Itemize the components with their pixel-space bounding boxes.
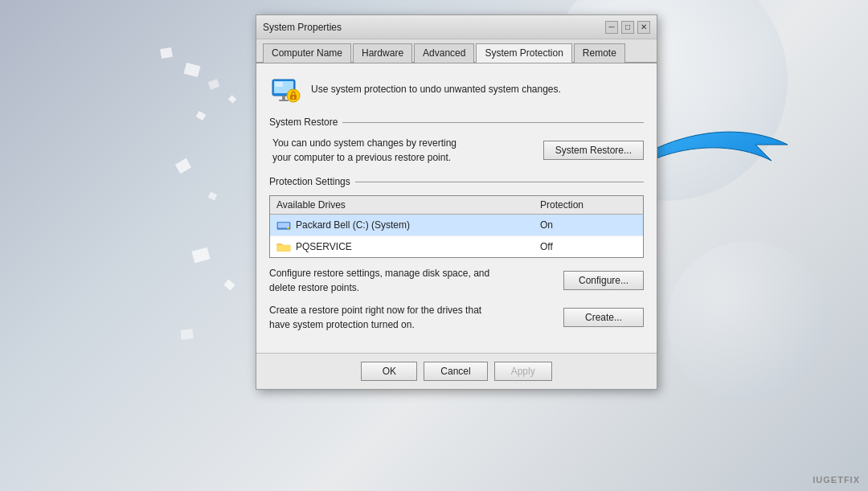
drive-name: Packard Bell (C:) (System) xyxy=(296,219,410,231)
svg-rect-8 xyxy=(293,96,294,99)
create-button[interactable]: Create... xyxy=(563,308,644,327)
paper-bit xyxy=(183,63,200,77)
maximize-button[interactable]: □ xyxy=(621,21,634,34)
configure-description: Configure restore settings, manage disk … xyxy=(269,266,494,295)
protection-table: Available Drives Protection Packard Bell… xyxy=(269,195,644,258)
drive-cell: Packard Bell (C:) (System) xyxy=(276,219,540,231)
system-properties-dialog: System Properties ─ □ ✕ Computer Name Ha… xyxy=(256,14,657,390)
drive-c-icon xyxy=(276,219,291,231)
svg-rect-3 xyxy=(275,82,283,87)
watermark: IUGETFIX xyxy=(813,475,860,485)
create-description: Create a restore point right now for the… xyxy=(269,303,494,332)
restore-description: You can undo system changes by reverting… xyxy=(272,136,473,165)
protection-settings-section: Protection Settings Available Drives Pro… xyxy=(269,176,644,332)
tab-advanced[interactable]: Advanced xyxy=(414,43,474,63)
dialog-content: Use system protection to undo unwanted s… xyxy=(256,63,657,353)
tab-bar: Computer Name Hardware Advanced System P… xyxy=(256,39,657,63)
protection-status: Off xyxy=(540,241,637,252)
paper-bit xyxy=(196,111,207,121)
configure-row: Configure restore settings, manage disk … xyxy=(269,266,644,295)
close-button[interactable]: ✕ xyxy=(637,21,650,34)
table-row[interactable]: Packard Bell (C:) (System) On xyxy=(270,215,643,236)
col-protection-header: Protection xyxy=(540,199,637,211)
col-drives-header: Available Drives xyxy=(276,199,540,211)
ok-button[interactable]: OK xyxy=(361,362,417,381)
paper-bit xyxy=(223,280,235,291)
title-controls: ─ □ ✕ xyxy=(605,21,650,34)
system-restore-section: System Restore You can undo system chang… xyxy=(269,117,644,165)
section-divider xyxy=(342,122,644,123)
table-row[interactable]: PQSERVICE Off xyxy=(270,236,643,257)
system-protection-icon xyxy=(269,73,301,105)
protection-settings-title: Protection Settings xyxy=(269,176,644,187)
protection-settings-label: Protection Settings xyxy=(269,176,350,187)
paper-bit xyxy=(175,158,191,174)
paper-bit xyxy=(181,329,194,339)
system-restore-button[interactable]: System Restore... xyxy=(543,141,644,160)
paper-bit xyxy=(228,95,237,104)
cancel-button[interactable]: Cancel xyxy=(424,362,487,381)
header-section: Use system protection to undo unwanted s… xyxy=(269,73,644,105)
tab-system-protection[interactable]: System Protection xyxy=(476,43,571,63)
folder-icon xyxy=(276,240,291,253)
title-bar: System Properties ─ □ ✕ xyxy=(256,15,657,39)
paper-bit xyxy=(160,47,173,59)
section-divider-2 xyxy=(355,182,644,182)
svg-point-11 xyxy=(287,227,289,229)
paper-bit xyxy=(208,79,220,90)
drive-cell: PQSERVICE xyxy=(276,240,540,253)
paper-bit xyxy=(208,191,218,200)
drive-name: PQSERVICE xyxy=(296,241,352,252)
header-description: Use system protection to undo unwanted s… xyxy=(311,84,561,95)
apply-button[interactable]: Apply xyxy=(494,362,552,381)
paper-bit xyxy=(191,248,210,264)
system-restore-label: System Restore xyxy=(269,117,338,128)
protection-status: On xyxy=(540,219,637,231)
dialog-title: System Properties xyxy=(263,22,342,33)
create-row: Create a restore point right now for the… xyxy=(269,303,644,332)
minimize-button[interactable]: ─ xyxy=(605,21,618,34)
footer-buttons: OK Cancel Apply xyxy=(256,353,657,389)
tab-computer-name[interactable]: Computer Name xyxy=(263,43,351,63)
table-header: Available Drives Protection xyxy=(270,196,643,215)
system-restore-title: System Restore xyxy=(269,117,644,128)
configure-button[interactable]: Configure... xyxy=(563,271,644,290)
restore-content: You can undo system changes by reverting… xyxy=(269,136,644,165)
svg-rect-4 xyxy=(282,96,285,100)
svg-rect-12 xyxy=(277,245,290,251)
svg-rect-5 xyxy=(279,100,289,101)
tab-hardware[interactable]: Hardware xyxy=(353,43,412,63)
tab-remote[interactable]: Remote xyxy=(574,43,625,63)
